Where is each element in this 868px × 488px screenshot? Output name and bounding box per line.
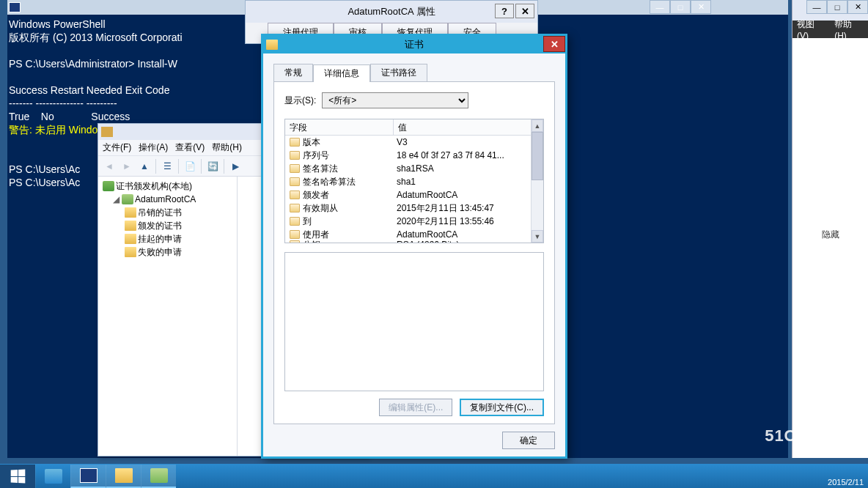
taskbar[interactable]: 2015/2/11 [0, 464, 868, 488]
folder-icon [125, 221, 136, 231]
minimize-button[interactable]: — [650, 0, 670, 14]
field-name: 版本 [303, 136, 397, 149]
maximize-button[interactable]: □ [827, 0, 847, 14]
certificate-title: 证书 [405, 38, 424, 51]
back-button[interactable]: ◄ [101, 158, 117, 174]
field-name: 到 [303, 215, 397, 228]
field-icon [290, 164, 300, 173]
ok-button[interactable]: 确定 [502, 432, 555, 449]
show-select[interactable]: <所有> [322, 92, 468, 108]
field-value: V3 [397, 137, 543, 147]
start-button[interactable] [0, 465, 35, 488]
field-row[interactable]: 签名算法sha1RSA [285, 162, 543, 175]
field-row[interactable]: 版本V3 [285, 136, 543, 149]
field-value-textarea[interactable] [284, 252, 544, 391]
explorer-icon [115, 468, 133, 483]
watermark: 51CTO.com 技术博客 1.Blog [765, 426, 861, 459]
menu-help[interactable]: 帮助(H) [834, 18, 864, 41]
field-icon [290, 191, 300, 199]
scroll-up-button[interactable]: ▲ [532, 119, 543, 132]
tree-revoked[interactable]: 吊销的证书 [100, 206, 235, 219]
show-label: 显示(S): [284, 95, 316, 107]
certificate-titlebar[interactable]: 证书 ✕ [263, 36, 565, 53]
close-button[interactable]: ✕ [515, 4, 534, 18]
field-value: AdatumRootCA [397, 229, 543, 240]
field-icon [290, 217, 300, 226]
menu-view[interactable]: 视图(V) [797, 18, 825, 41]
edit-properties-button: 编辑属性(E)... [379, 399, 452, 416]
field-row[interactable]: 签名哈希算法sha1 [285, 175, 543, 188]
tray-date: 2015/2/11 [828, 478, 864, 487]
refresh-button[interactable]: 🔄 [205, 158, 221, 174]
field-value: AdatumRootCA [397, 190, 543, 200]
field-row[interactable]: 颁发者AdatumRootCA [285, 188, 543, 202]
close-button[interactable]: ✕ [543, 36, 565, 52]
menu-help[interactable]: 帮助(H) [212, 141, 242, 154]
forward-button[interactable]: ► [119, 158, 135, 174]
show-hide-button[interactable]: ☰ [159, 158, 175, 174]
tree-issued[interactable]: 颁发的证书 [100, 219, 235, 232]
properties-button[interactable]: 📄 [182, 158, 198, 174]
task-powershell[interactable] [70, 465, 106, 488]
server-icon [122, 194, 133, 204]
certificate-tabs: 常规 详细信息 证书路径 [273, 64, 555, 81]
server-manager-icon [45, 469, 62, 484]
certificate-fields-list[interactable]: 字段 值 版本V3序列号18 e4 0f 3f 27 a3 7f 84 41..… [284, 119, 544, 243]
tree-ca-node[interactable]: ◢AdatumRootCA [100, 193, 235, 206]
maximize-button[interactable]: □ [670, 0, 691, 14]
close-button[interactable]: ✕ [691, 0, 711, 14]
folder-icon [125, 247, 136, 257]
tree-pending[interactable]: 挂起的申请 [100, 232, 235, 245]
field-row[interactable]: 序列号18 e4 0f 3f 27 a3 7f 84 41... [285, 149, 543, 162]
field-name: 颁发者 [303, 189, 397, 202]
field-name: 签名算法 [303, 163, 397, 175]
field-value: sha1 [397, 177, 543, 187]
tab-cert-path[interactable]: 证书路径 [370, 64, 427, 81]
field-row[interactable]: 有效期从2015年2月11日 13:45:47 [285, 202, 543, 215]
field-icon [290, 151, 300, 160]
field-value: 2020年2月11日 13:55:46 [397, 215, 543, 228]
tree-failed[interactable]: 失败的申请 [100, 245, 235, 259]
scrollbar[interactable]: ▲ ▼ [531, 119, 543, 243]
collapse-icon[interactable]: ◢ [113, 194, 122, 204]
close-button[interactable]: ✕ [847, 0, 868, 14]
windows-logo-icon [11, 469, 26, 483]
column-field[interactable]: 字段 [285, 119, 394, 135]
field-name: 签名哈希算法 [303, 176, 397, 188]
certsrv-icon [150, 468, 168, 483]
powershell-icon [9, 2, 21, 12]
task-explorer[interactable] [106, 465, 141, 488]
powershell-window-controls: — □ ✕ [650, 0, 711, 14]
menu-action[interactable]: 操作(A) [139, 141, 168, 154]
field-value: 18 e4 0f 3f 27 a3 7f 84 41... [397, 150, 543, 160]
mmc-icon [101, 127, 113, 137]
menubar: 视图(V) 帮助(H) [792, 21, 868, 38]
minimize-button[interactable]: — [806, 0, 827, 14]
folder-icon [125, 207, 136, 218]
tab-details[interactable]: 详细信息 [313, 64, 370, 82]
scroll-thumb[interactable] [532, 132, 543, 180]
menu-view[interactable]: 查看(V) [175, 141, 205, 154]
system-tray[interactable]: 2015/2/11 [828, 478, 864, 487]
help-button[interactable]: ? [495, 4, 514, 18]
field-icon [290, 138, 300, 147]
field-name: 序列号 [303, 149, 397, 162]
field-value: sha1RSA [397, 163, 543, 174]
field-name: 有效期从 [303, 202, 397, 215]
task-certsrv[interactable] [141, 465, 176, 488]
tree-root[interactable]: 证书颁发机构(本地) [100, 180, 235, 193]
tab-general[interactable]: 常规 [273, 64, 313, 81]
scroll-down-button[interactable]: ▼ [532, 230, 543, 243]
up-button[interactable]: ▲ [136, 158, 152, 174]
field-row[interactable]: 到2020年2月11日 13:55:46 [285, 215, 543, 228]
hide-button[interactable]: 隐藏 [822, 229, 839, 240]
copy-to-file-button[interactable]: 复制到文件(C)... [460, 399, 544, 416]
list-header: 字段 值 [285, 119, 543, 136]
field-icon [290, 204, 300, 212]
field-row[interactable]: 公钥RSA (4096 Bits) [285, 241, 543, 243]
task-server-manager[interactable] [35, 465, 70, 488]
menu-file[interactable]: 文件(F) [103, 141, 131, 154]
play-button[interactable]: ▶ [227, 158, 243, 174]
properties-titlebar[interactable]: AdatumRootCA 属性 ? ✕ [246, 1, 537, 23]
column-value[interactable]: 值 [394, 119, 543, 135]
